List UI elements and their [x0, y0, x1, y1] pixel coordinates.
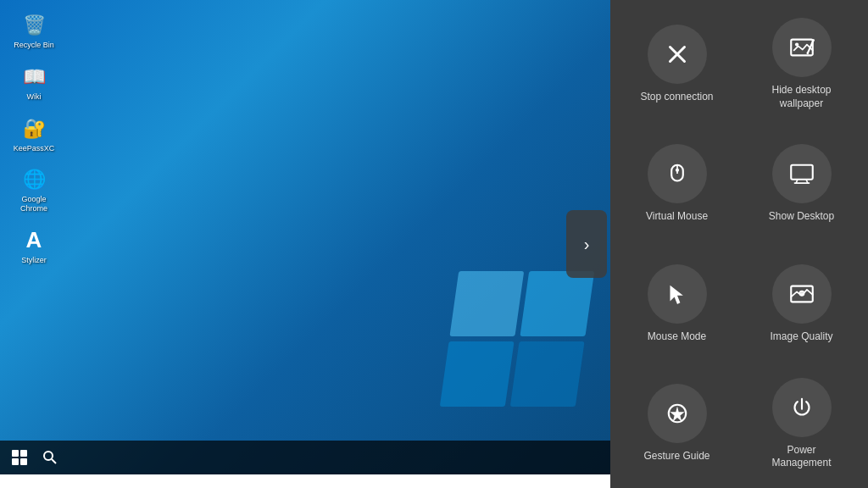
desktop-icons-container: 🗑️ Recycle Bin 📖 Wiki 🔐 KeePassXC 🌐 Goog…	[8, 8, 59, 269]
power-management-button[interactable]: PowerManagement	[743, 369, 860, 480]
svg-point-7	[806, 53, 809, 55]
show-desktop-label: Show Desktop	[769, 210, 834, 224]
svg-marker-22	[670, 407, 684, 422]
taskbar-search[interactable]	[37, 445, 63, 470]
svg-point-8	[812, 39, 815, 42]
desktop-background: 🗑️ Recycle Bin 📖 Wiki 🔐 KeePassXC 🌐 Goog…	[0, 0, 610, 474]
show-desktop-button[interactable]: Show Desktop	[743, 129, 860, 241]
svg-marker-16	[670, 286, 682, 304]
desktop-icon-keepass-label: KeePassXC	[14, 144, 55, 153]
image-quality-icon	[772, 264, 832, 324]
stop-connection-label: Stop connection	[640, 91, 713, 104]
collapse-panel-button[interactable]: ›	[566, 210, 607, 278]
start-button[interactable]	[7, 445, 32, 470]
desktop-icon-stylizer-label: Stylizer	[21, 256, 47, 265]
desktop-icon-keepass[interactable]: 🔐 KeePassXC	[8, 112, 59, 157]
desktop-icon-stylizer[interactable]: A Stylizer	[8, 224, 59, 269]
hide-wallpaper-button[interactable]: Hide desktopwallpaper	[743, 8, 860, 120]
hide-wallpaper-icon	[772, 18, 832, 77]
desktop-icon-recycle-bin-label: Recycle Bin	[14, 41, 54, 50]
gesture-guide-label: Gesture Guide	[643, 450, 709, 463]
desktop-icon-chrome-label: Google Chrome	[12, 195, 56, 214]
power-management-label: PowerManagement	[771, 444, 831, 470]
gesture-guide-button[interactable]: Gesture Guide	[619, 369, 735, 480]
stop-connection-button[interactable]: Stop connection	[619, 8, 735, 120]
search-icon	[42, 450, 58, 465]
image-quality-button[interactable]: Image Quality	[743, 248, 860, 360]
image-quality-label: Image Quality	[770, 330, 832, 344]
svg-point-11	[675, 169, 678, 172]
virtual-mouse-icon	[648, 144, 707, 203]
mouse-mode-icon	[648, 264, 707, 324]
desktop-icon-chrome[interactable]: 🌐 Google Chrome	[8, 163, 59, 217]
svg-rect-12	[791, 165, 813, 180]
show-desktop-icon	[772, 144, 832, 203]
svg-point-0	[44, 452, 53, 460]
svg-point-5	[794, 43, 798, 47]
control-panel: Stop connection Hide desktopwallpaper Vi…	[610, 0, 868, 488]
svg-line-1	[52, 459, 56, 463]
mouse-mode-label: Mouse Mode	[648, 330, 706, 344]
stop-connection-icon	[648, 25, 707, 84]
desktop-icon-wiki[interactable]: 📖 Wiki	[8, 60, 59, 105]
mouse-mode-button[interactable]: Mouse Mode	[619, 248, 735, 360]
gesture-guide-icon	[648, 384, 707, 443]
desktop-icon-wiki-label: Wiki	[27, 92, 42, 102]
taskbar	[0, 441, 610, 474]
windows-logo-watermark	[449, 271, 585, 407]
virtual-mouse-label: Virtual Mouse	[646, 210, 708, 224]
desktop-icon-recycle-bin[interactable]: 🗑️ Recycle Bin	[8, 8, 59, 53]
virtual-mouse-button[interactable]: Virtual Mouse	[619, 129, 735, 241]
chevron-right-icon: ›	[584, 235, 590, 254]
hide-wallpaper-label: Hide desktopwallpaper	[771, 84, 831, 110]
power-management-icon	[772, 378, 832, 437]
